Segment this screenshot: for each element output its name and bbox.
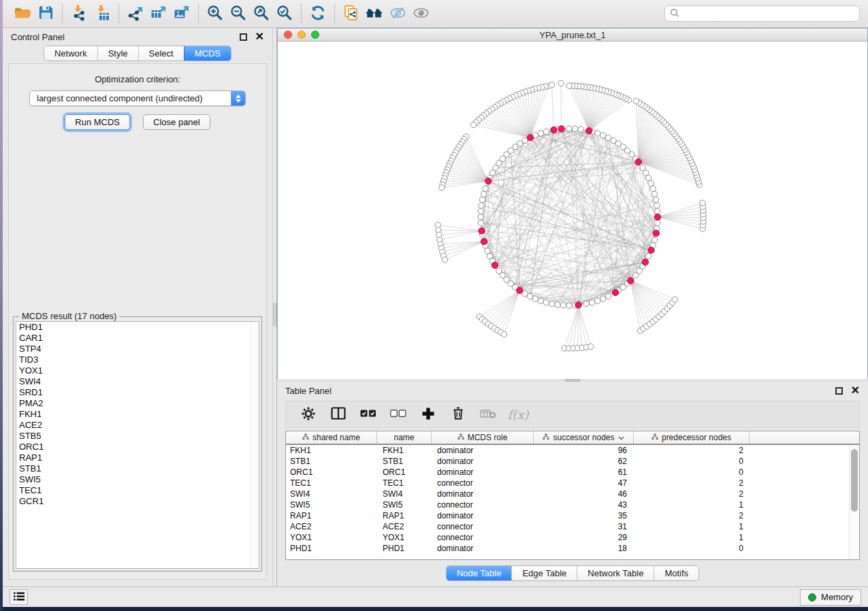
splitter-handle[interactable] xyxy=(273,303,276,326)
table-scrollbar-thumb[interactable] xyxy=(851,449,858,512)
zoom-out-button[interactable] xyxy=(227,3,250,24)
tab-network-table[interactable]: Network Table xyxy=(577,566,654,580)
network-graph[interactable] xyxy=(278,42,867,378)
delete-table-button[interactable] xyxy=(477,403,500,425)
splitter-handle[interactable] xyxy=(565,379,580,382)
desktop: Control Panel ✕ Network Style Select MCD… xyxy=(0,0,868,611)
cell-shared-name: PHD1 xyxy=(286,543,377,554)
table-row[interactable]: YOX1 YOX1 connector 29 1 xyxy=(286,532,859,543)
column-header-successor-nodes[interactable]: successor nodes xyxy=(534,431,634,444)
mcds-result-item[interactable]: PHD1 xyxy=(16,322,259,333)
float-panel-icon[interactable] xyxy=(240,33,247,41)
tree-icon xyxy=(302,433,309,442)
network-canvas[interactable] xyxy=(278,42,867,380)
mcds-result-item[interactable]: STB1 xyxy=(16,463,259,474)
export-network-button[interactable] xyxy=(124,3,147,24)
mcds-result-item[interactable]: SWI4 xyxy=(16,376,259,387)
column-header-shared-name[interactable]: shared name xyxy=(286,431,377,444)
table-scrollbar[interactable] xyxy=(849,445,859,559)
tab-network[interactable]: Network xyxy=(44,46,97,61)
refresh-button[interactable] xyxy=(306,3,329,24)
table-row[interactable]: RAP1 RAP1 dominator 35 2 xyxy=(286,510,859,521)
search-field[interactable] xyxy=(664,5,860,22)
criterion-dropdown[interactable]: largest connected component (undirected) xyxy=(29,90,246,106)
cell-shared-name: SWI4 xyxy=(286,489,377,499)
memory-button[interactable]: Memory xyxy=(800,589,861,606)
mcds-result-item[interactable]: FKH1 xyxy=(16,409,259,420)
tab-mcds[interactable]: MCDS xyxy=(184,46,231,61)
deselect-all-button[interactable] xyxy=(387,403,410,425)
column-header-name[interactable]: name xyxy=(377,431,432,444)
show-columns-button[interactable] xyxy=(327,403,350,425)
mcds-result-item[interactable]: RAP1 xyxy=(16,452,259,463)
float-panel-icon[interactable] xyxy=(835,387,843,395)
mcds-result-item[interactable]: GCR1 xyxy=(16,496,259,507)
mcds-result-item[interactable]: ACE2 xyxy=(16,420,259,431)
mcds-result-item[interactable]: YOX1 xyxy=(16,365,259,376)
mcds-result-item[interactable]: SRD1 xyxy=(16,387,259,398)
tab-motifs[interactable]: Motifs xyxy=(654,566,698,580)
cell-successor-nodes: 31 xyxy=(534,521,634,532)
delete-column-button[interactable] xyxy=(447,403,470,425)
mcds-result-item[interactable]: TID3 xyxy=(16,354,259,365)
tab-style[interactable]: Style xyxy=(97,46,138,61)
tab-select[interactable]: Select xyxy=(138,46,184,61)
open-file-button[interactable] xyxy=(11,3,34,24)
close-panel-button[interactable]: Close panel xyxy=(143,114,210,130)
mcds-result-item[interactable]: STP4 xyxy=(16,344,259,354)
zoom-in-button[interactable] xyxy=(204,3,227,24)
mcds-result-item[interactable]: TEC1 xyxy=(16,485,259,496)
control-panel-tabs: Network Style Select MCDS xyxy=(3,46,272,62)
zoom-selected-button[interactable] xyxy=(273,3,296,24)
cell-predecessor-nodes: 0 xyxy=(634,456,750,467)
close-panel-icon[interactable]: ✕ xyxy=(851,385,860,396)
mcds-result-item[interactable]: ORC1 xyxy=(16,442,259,452)
cell-shared-name: ORC1 xyxy=(286,467,377,478)
mcds-result-item[interactable]: PMA2 xyxy=(16,398,259,409)
mcds-result-item[interactable]: CAR1 xyxy=(16,333,259,344)
vertical-splitter[interactable] xyxy=(272,28,277,587)
table-row[interactable]: SWI5 SWI5 connector 43 1 xyxy=(286,499,859,510)
apply-function-button[interactable]: f(x) xyxy=(507,403,530,425)
export-table-button[interactable] xyxy=(147,3,170,24)
table-settings-button[interactable] xyxy=(297,403,320,425)
select-all-button[interactable] xyxy=(357,403,380,425)
search-input[interactable] xyxy=(683,9,854,18)
run-mcds-button[interactable]: Run MCDS xyxy=(65,114,130,130)
zoom-fit-button[interactable] xyxy=(250,3,273,24)
cell-predecessor-nodes: 0 xyxy=(634,467,750,478)
result-list-scrollbar[interactable] xyxy=(250,322,259,568)
refresh-icon xyxy=(309,4,327,24)
export-image-button[interactable] xyxy=(170,3,193,24)
mcds-result-item[interactable]: STB5 xyxy=(16,431,259,442)
table-toolbar: f(x) xyxy=(285,401,860,428)
save-button[interactable] xyxy=(34,3,57,24)
deselect-all-icon xyxy=(390,410,406,420)
column-header-predecessor-nodes[interactable]: predecessor nodes xyxy=(634,431,750,444)
copy-network-button[interactable] xyxy=(340,3,363,24)
table-row[interactable]: ORC1 ORC1 dominator 61 0 xyxy=(286,467,859,478)
show-all-button[interactable] xyxy=(409,3,432,24)
task-history-button[interactable] xyxy=(10,589,28,605)
hide-selected-button[interactable] xyxy=(386,3,409,24)
cell-name: FKH1 xyxy=(377,445,432,456)
table-row[interactable]: SWI4 SWI4 dominator 46 2 xyxy=(286,489,859,499)
cell-predecessor-nodes: 2 xyxy=(634,478,750,489)
table-row[interactable]: ACE2 ACE2 connector 31 1 xyxy=(286,521,859,532)
add-column-button[interactable] xyxy=(417,403,440,425)
tab-node-table[interactable]: Node Table xyxy=(447,566,512,580)
column-header-mcds-role[interactable]: MCDS role xyxy=(432,431,534,444)
tab-edge-table[interactable]: Edge Table xyxy=(511,566,577,580)
close-panel-icon[interactable]: ✕ xyxy=(255,31,264,42)
table-row[interactable]: PHD1 PHD1 dominator 18 0 xyxy=(286,543,859,554)
first-neighbors-button[interactable] xyxy=(363,3,386,24)
copy-network-icon xyxy=(342,4,360,24)
horizontal-splitter[interactable] xyxy=(277,379,868,382)
table-row[interactable]: FKH1 FKH1 dominator 96 2 xyxy=(286,445,859,456)
table-row[interactable]: STB1 STB1 dominator 62 0 xyxy=(286,456,859,467)
import-table-button[interactable] xyxy=(91,3,114,24)
table-row[interactable]: TEC1 TEC1 connector 47 2 xyxy=(286,478,859,489)
import-network-button[interactable] xyxy=(67,3,91,24)
mcds-result-item[interactable]: SWI5 xyxy=(16,474,259,485)
network-window-titlebar[interactable]: YPA_prune.txt_1 xyxy=(278,29,867,42)
